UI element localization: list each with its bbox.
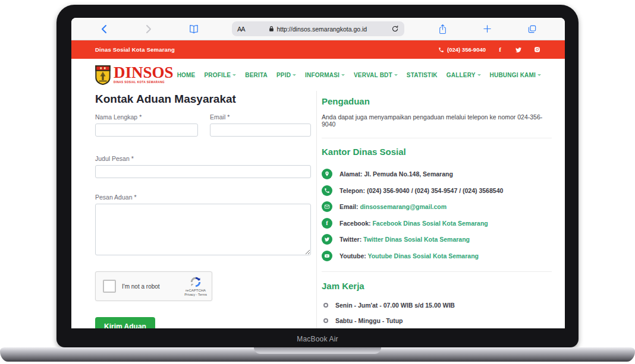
kantor-heading: Kantor Dinas Sosial (322, 147, 552, 157)
hours-row-weekday: Senin - Jum'at - 07.00 WIB s/d 15.00 WIB (322, 302, 552, 309)
kirim-aduan-button[interactable]: Kirim Aduan (95, 317, 155, 328)
recaptcha-widget: I'm not a robot reCAPTCHA Privacy - Term… (95, 271, 212, 301)
recaptcha-label: I'm not a robot (122, 283, 184, 290)
nav-profile[interactable]: PROFILE (205, 72, 237, 78)
contact-value: (024) 356-9040 / (024) 354-9547 / (024) … (367, 187, 503, 194)
clock-icon (323, 303, 328, 308)
contact-label: Telepon: (339, 187, 365, 194)
contact-label: Youtube: (339, 252, 366, 259)
complaint-form: Kontak Aduan Masyarakat Nama Lengkap * E… (71, 91, 316, 328)
back-chevron-icon (102, 26, 106, 33)
text-size-button[interactable]: AA (237, 26, 245, 33)
contact-row-youtube: Youtube: Youtube Dinas Sosial Kota Semar… (322, 251, 552, 261)
logo-subtitle: DINAS SOSIAL KOTA SEMARANG (114, 81, 174, 84)
facebook-icon: f (499, 46, 501, 53)
contact-label: Email: (339, 203, 359, 210)
nav-hubungi-kami[interactable]: HUBUNGI KAMI (490, 72, 541, 78)
pesan-aduan-label: Pesan Aduan * (95, 194, 310, 201)
jam-kerja-heading: Jam Kerja (322, 281, 552, 291)
pengaduan-heading: Pengaduan (322, 96, 552, 106)
contact-label: Twitter: (339, 236, 361, 243)
semarang-crest-icon (95, 65, 111, 86)
contact-row-twitter: Twitter: Twitter Dinas Sosial Kota Semar… (322, 234, 552, 245)
hours-row-weekend: Sabtu - Minggu - Tutup (322, 317, 552, 324)
nav-informasi[interactable]: INFORMASI (305, 72, 345, 78)
contact-value: Jl. Pemuda No.148, Semarang (364, 170, 452, 178)
tabs-overview-button[interactable] (526, 22, 539, 36)
chevron-down-icon (293, 74, 296, 76)
browser-toolbar: AA http://dinsos.semarangkota.go.id (71, 18, 565, 40)
phone-icon (322, 185, 332, 196)
instagram-link[interactable] (533, 46, 541, 54)
youtube-icon (322, 251, 332, 261)
reload-button[interactable] (391, 25, 399, 33)
tabs-icon (527, 24, 537, 34)
site-header: DINSOS DINAS SOSIAL KOTA SEMARANG HOME P… (71, 59, 565, 91)
screenshot-stage: AA http://dinsos.semarangkota.go.id (0, 0, 635, 364)
nav-ppid[interactable]: PPID (276, 72, 296, 78)
topbar-phone-number: (024) 356-9040 (447, 46, 486, 53)
page-content: Kontak Aduan Masyarakat Nama Lengkap * E… (71, 91, 565, 328)
contact-label: Facebook: (339, 220, 371, 227)
envelope-icon (322, 201, 332, 212)
hours-text: Senin - Jum'at - 07.00 WIB s/d 15.00 WIB (335, 302, 455, 309)
nav-home[interactable]: HOME (177, 72, 196, 78)
recaptcha-privacy-terms[interactable]: Privacy - Terms (184, 293, 207, 297)
facebook-icon: f (322, 218, 332, 229)
facebook-page-link[interactable]: Facebook Dinas Sosial Kota Semarang (372, 220, 488, 227)
laptop-base-notch (254, 347, 381, 354)
recaptcha-checkbox[interactable] (103, 280, 116, 293)
judul-pesan-input[interactable] (95, 165, 311, 178)
twitter-icon (322, 234, 332, 245)
twitter-link[interactable] (514, 46, 523, 54)
main-nav: HOME PROFILE BERITA PPID INFORMASI VERVA… (177, 72, 541, 78)
location-pin-icon (322, 169, 332, 179)
phone-icon (438, 47, 444, 53)
share-icon (438, 24, 447, 34)
back-button[interactable] (98, 22, 111, 36)
page-title: Kontak Aduan Masyarakat (95, 93, 310, 106)
forward-chevron-icon (147, 26, 150, 33)
site-logo[interactable]: DINSOS DINAS SOSIAL KOTA SEMARANG (95, 65, 174, 86)
pengaduan-text: Anda dapat juga menyampaikan pengaduan m… (322, 113, 552, 128)
browser-window: AA http://dinsos.semarangkota.go.id (71, 18, 565, 328)
section-divider (322, 138, 552, 138)
recaptcha-logo-icon (190, 276, 202, 288)
bookmarks-button[interactable] (187, 22, 200, 36)
clock-icon (323, 318, 328, 323)
recaptcha-brand: reCAPTCHA Privacy - Terms (184, 276, 207, 297)
share-button[interactable] (436, 22, 449, 36)
judul-pesan-label: Judul Pesan * (95, 155, 310, 162)
nav-verval-bdt[interactable]: VERVAL BDT (354, 72, 398, 78)
contact-row-telepon: Telepon: (024) 356-9040 / (024) 354-9547… (322, 185, 552, 196)
chevron-down-icon (394, 74, 398, 76)
url-display: http://dinsos.semarangkota.go.id (245, 26, 391, 33)
address-bar[interactable]: AA http://dinsos.semarangkota.go.id (232, 21, 404, 36)
chevron-down-icon (341, 74, 345, 76)
top-info-bar: Dinas Sosial Kota Semarang (024) 356-904… (71, 40, 565, 59)
recaptcha-name: reCAPTCHA (186, 289, 206, 293)
email-link[interactable]: dinsossemarang@gmail.com (360, 203, 447, 210)
email-input[interactable] (210, 124, 311, 137)
nav-statistik[interactable]: STATISTIK (407, 72, 438, 78)
twitter-page-link[interactable]: Twitter Dinas Sosial Kota Semarang (363, 236, 470, 243)
nav-berita[interactable]: BERITA (245, 72, 268, 78)
pesan-aduan-textarea[interactable] (95, 204, 311, 255)
facebook-link[interactable]: f (496, 46, 504, 54)
lock-icon (269, 26, 274, 32)
new-tab-button[interactable] (481, 22, 494, 36)
forward-button[interactable] (142, 22, 155, 36)
youtube-channel-link[interactable]: Youtube Dinas Sosial Kota Semarang (367, 252, 479, 259)
twitter-icon (515, 46, 522, 53)
nav-gallery[interactable]: GALLERY (447, 72, 481, 78)
contact-row-alamat: Alamat: Jl. Pemuda No.148, Semarang (322, 169, 552, 179)
section-divider (322, 271, 552, 272)
url-text: http://dinsos.semarangkota.go.id (276, 26, 367, 33)
chevron-down-icon (477, 74, 481, 76)
nama-lengkap-input[interactable] (95, 124, 198, 137)
topbar-phone: (024) 356-9040 (438, 46, 486, 53)
instagram-icon (534, 46, 540, 53)
book-icon (188, 24, 199, 34)
device-label: MacBook Air (56, 335, 579, 343)
reload-icon (391, 25, 399, 33)
